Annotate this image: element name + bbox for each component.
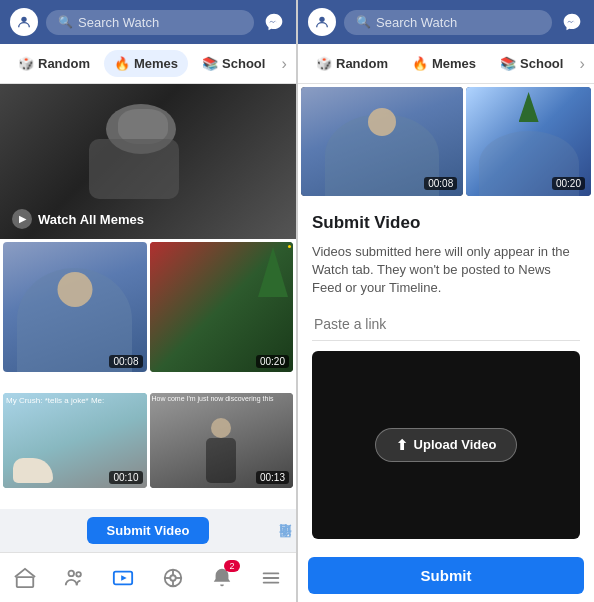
svg-point-2 <box>68 570 74 576</box>
svg-rect-13 <box>263 577 280 579</box>
video-thumb-boy[interactable]: 00:08 <box>3 242 147 372</box>
svg-rect-14 <box>263 581 280 583</box>
nav-watch[interactable] <box>103 558 143 598</box>
nav-friends[interactable] <box>54 558 94 598</box>
svg-rect-1 <box>16 577 33 587</box>
upload-area[interactable]: ⬆ Upload Video <box>312 351 580 539</box>
left-tabs-bar: 🎲 Random 🔥 Memes 📚 School › <box>0 44 296 84</box>
submit-mini-button[interactable]: Submit Video <box>87 517 210 544</box>
svg-point-3 <box>76 572 81 577</box>
left-messenger-icon[interactable] <box>262 10 286 34</box>
submit-video-panel: Submit Video Videos submitted here will … <box>298 199 594 549</box>
nav-notifications[interactable]: 2 <box>202 558 242 598</box>
video-thumb-man[interactable]: How come I'm just now discovering this 0… <box>150 393 294 488</box>
hero-video[interactable]: ▶ Watch All Memes <box>0 84 296 239</box>
right-duration-1: 00:08 <box>424 177 457 190</box>
right-video-main[interactable]: 00:08 <box>301 87 463 196</box>
right-profile-icon <box>308 8 336 36</box>
left-search-input[interactable]: 🔍 Search Watch <box>46 10 254 35</box>
svg-marker-5 <box>121 575 127 581</box>
left-tabs-more-icon[interactable]: › <box>281 55 286 73</box>
left-tab-random[interactable]: 🎲 Random <box>8 50 100 77</box>
submit-mini-bar: Submit Video <box>0 509 296 552</box>
right-tab-memes[interactable]: 🔥 Memes <box>402 50 486 77</box>
right-video-side[interactable]: 00:20 <box>466 87 591 196</box>
paste-link-input[interactable] <box>312 308 580 341</box>
video-thumb-christmas[interactable]: 00:20 <box>150 242 294 372</box>
submit-video-title: Submit Video <box>312 213 580 233</box>
right-messenger-icon[interactable] <box>560 10 584 34</box>
upload-video-button[interactable]: ⬆ Upload Video <box>375 428 518 462</box>
left-panel: 🔍 Search Watch 🎲 Random 🔥 Memes 📚 School… <box>0 0 296 602</box>
right-search-input[interactable]: 🔍 Search Watch <box>344 10 552 35</box>
left-search-bar: 🔍 Search Watch <box>0 0 296 44</box>
nav-groups[interactable] <box>153 558 193 598</box>
svg-point-7 <box>170 575 176 581</box>
notifications-badge: 2 <box>224 560 240 572</box>
right-tabs-more-icon[interactable]: › <box>579 55 584 73</box>
duration-badge-1: 00:08 <box>109 355 142 368</box>
right-videos-row: 00:08 00:20 <box>298 84 594 199</box>
play-icon: ▶ <box>12 209 32 229</box>
video-caption-man: How come I'm just now discovering this <box>152 395 274 403</box>
right-duration-2: 00:20 <box>552 177 585 190</box>
right-search-bar: 🔍 Search Watch <box>298 0 594 44</box>
duration-badge-2: 00:20 <box>256 355 289 368</box>
video-thumb-seagull[interactable]: My Crush: *tells a joke* Me: 00:10 <box>3 393 147 488</box>
right-tab-school[interactable]: 📚 School <box>490 50 573 77</box>
left-tab-school[interactable]: 📚 School <box>192 50 275 77</box>
video-caption-seagull: My Crush: *tells a joke* Me: <box>6 396 104 406</box>
right-content: 00:08 00:20 Submit Video Videos submitte… <box>298 84 594 602</box>
svg-point-15 <box>319 17 324 22</box>
duration-badge-4: 00:13 <box>256 471 289 484</box>
nav-home[interactable] <box>5 558 45 598</box>
submit-button[interactable]: Submit <box>308 557 584 594</box>
nav-menu[interactable] <box>251 558 291 598</box>
upload-icon: ⬆ <box>396 437 408 453</box>
bottom-nav: 2 <box>0 552 296 602</box>
svg-rect-12 <box>263 572 280 574</box>
submit-btn-bar: Submit <box>298 549 594 602</box>
left-profile-icon <box>10 8 38 36</box>
left-content: ▶ Watch All Memes 00:08 00: <box>0 84 296 552</box>
hero-video-thumbnail: ▶ Watch All Memes <box>0 84 296 239</box>
submit-video-description: Videos submitted here will only appear i… <box>312 243 580 298</box>
svg-point-0 <box>21 17 26 22</box>
right-panel: 🔍 Search Watch 🎲 Random 🔥 Memes 📚 School… <box>298 0 594 602</box>
duration-badge-3: 00:10 <box>109 471 142 484</box>
video-grid: 00:08 00:20 My Crush: *tells a joke* Me:… <box>0 239 296 509</box>
watch-all-label: ▶ Watch All Memes <box>12 209 144 229</box>
right-tab-random[interactable]: 🎲 Random <box>306 50 398 77</box>
left-tab-memes[interactable]: 🔥 Memes <box>104 50 188 77</box>
right-tabs-bar: 🎲 Random 🔥 Memes 📚 School › <box>298 44 594 84</box>
